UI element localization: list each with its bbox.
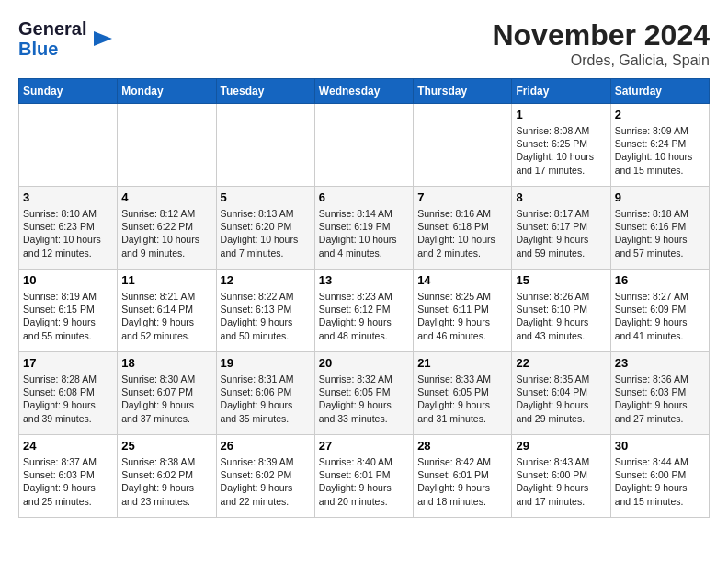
day-info: Sunrise: 8:17 AM Sunset: 6:17 PM Dayligh…: [516, 207, 606, 259]
day-number: 1: [516, 108, 606, 121]
logo-arrow-icon: [90, 26, 116, 52]
col-tuesday: Tuesday: [216, 79, 314, 104]
col-sunday: Sunday: [19, 79, 118, 104]
day-number: 4: [121, 190, 211, 204]
day-number: 23: [615, 356, 705, 370]
table-row: 25Sunrise: 8:38 AM Sunset: 6:02 PM Dayli…: [118, 435, 216, 518]
table-row: 17Sunrise: 8:28 AM Sunset: 6:08 PM Dayli…: [19, 352, 118, 435]
col-saturday: Saturday: [610, 79, 709, 104]
table-row: [414, 104, 512, 187]
day-number: 22: [516, 356, 606, 370]
day-info: Sunrise: 8:36 AM Sunset: 6:03 PM Dayligh…: [615, 373, 705, 425]
table-row: [216, 104, 314, 187]
day-info: Sunrise: 8:08 AM Sunset: 6:25 PM Dayligh…: [516, 124, 606, 177]
day-number: 2: [615, 108, 705, 121]
col-wednesday: Wednesday: [314, 79, 413, 104]
day-info: Sunrise: 8:33 AM Sunset: 6:05 PM Dayligh…: [417, 373, 507, 425]
table-row: [118, 104, 216, 187]
day-info: Sunrise: 8:18 AM Sunset: 6:16 PM Dayligh…: [615, 207, 705, 259]
table-row: 12Sunrise: 8:22 AM Sunset: 6:13 PM Dayli…: [216, 270, 314, 352]
table-row: 18Sunrise: 8:30 AM Sunset: 6:07 PM Dayli…: [118, 352, 216, 435]
table-row: [314, 104, 413, 187]
table-row: 21Sunrise: 8:33 AM Sunset: 6:05 PM Dayli…: [414, 352, 512, 435]
calendar-week-row: 1Sunrise: 8:08 AM Sunset: 6:25 PM Daylig…: [19, 104, 710, 187]
day-number: 27: [319, 439, 409, 453]
day-number: 14: [417, 273, 507, 287]
logo-general: General: [18, 18, 86, 39]
table-row: 29Sunrise: 8:43 AM Sunset: 6:00 PM Dayli…: [512, 435, 610, 518]
table-row: 8Sunrise: 8:17 AM Sunset: 6:17 PM Daylig…: [512, 187, 610, 270]
table-row: 22Sunrise: 8:35 AM Sunset: 6:04 PM Dayli…: [512, 352, 610, 435]
day-info: Sunrise: 8:12 AM Sunset: 6:22 PM Dayligh…: [121, 207, 211, 259]
calendar-week-row: 17Sunrise: 8:28 AM Sunset: 6:08 PM Dayli…: [19, 352, 710, 435]
day-info: Sunrise: 8:09 AM Sunset: 6:24 PM Dayligh…: [615, 124, 705, 177]
table-row: 19Sunrise: 8:31 AM Sunset: 6:06 PM Dayli…: [216, 352, 314, 435]
day-number: 26: [221, 439, 311, 453]
day-info: Sunrise: 8:19 AM Sunset: 6:15 PM Dayligh…: [23, 290, 113, 342]
day-number: 11: [121, 273, 211, 287]
calendar-week-row: 3Sunrise: 8:10 AM Sunset: 6:23 PM Daylig…: [19, 187, 710, 270]
table-row: 23Sunrise: 8:36 AM Sunset: 6:03 PM Dayli…: [610, 352, 709, 435]
calendar-week-row: 24Sunrise: 8:37 AM Sunset: 6:03 PM Dayli…: [19, 435, 710, 518]
table-row: 4Sunrise: 8:12 AM Sunset: 6:22 PM Daylig…: [118, 187, 216, 270]
table-row: 3Sunrise: 8:10 AM Sunset: 6:23 PM Daylig…: [19, 187, 118, 270]
day-info: Sunrise: 8:22 AM Sunset: 6:13 PM Dayligh…: [221, 290, 311, 342]
table-row: 15Sunrise: 8:26 AM Sunset: 6:10 PM Dayli…: [512, 270, 610, 352]
table-row: 1Sunrise: 8:08 AM Sunset: 6:25 PM Daylig…: [512, 104, 610, 187]
title-block: November 2024 Ordes, Galicia, Spain: [492, 18, 710, 69]
day-number: 16: [615, 273, 705, 287]
day-number: 20: [319, 356, 409, 370]
day-number: 28: [417, 439, 507, 453]
day-number: 18: [121, 356, 211, 370]
table-row: 20Sunrise: 8:32 AM Sunset: 6:05 PM Dayli…: [314, 352, 413, 435]
day-number: 13: [319, 273, 409, 287]
day-number: 6: [319, 190, 409, 204]
day-info: Sunrise: 8:40 AM Sunset: 6:01 PM Dayligh…: [319, 455, 409, 508]
day-number: 24: [23, 439, 113, 453]
day-info: Sunrise: 8:26 AM Sunset: 6:10 PM Dayligh…: [516, 290, 606, 342]
table-row: 6Sunrise: 8:14 AM Sunset: 6:19 PM Daylig…: [314, 187, 413, 270]
table-row: 10Sunrise: 8:19 AM Sunset: 6:15 PM Dayli…: [19, 270, 118, 352]
calendar-table: Sunday Monday Tuesday Wednesday Thursday…: [18, 78, 710, 518]
table-row: [19, 104, 118, 187]
day-info: Sunrise: 8:13 AM Sunset: 6:20 PM Dayligh…: [221, 207, 311, 259]
logo-blue: Blue: [18, 39, 86, 59]
day-number: 7: [417, 190, 507, 204]
day-info: Sunrise: 8:35 AM Sunset: 6:04 PM Dayligh…: [516, 373, 606, 425]
day-number: 5: [221, 190, 311, 204]
day-number: 15: [516, 273, 606, 287]
col-monday: Monday: [118, 79, 216, 104]
calendar-week-row: 10Sunrise: 8:19 AM Sunset: 6:15 PM Dayli…: [19, 270, 710, 352]
day-info: Sunrise: 8:32 AM Sunset: 6:05 PM Dayligh…: [319, 373, 409, 425]
day-number: 8: [516, 190, 606, 204]
day-number: 19: [221, 356, 311, 370]
day-info: Sunrise: 8:31 AM Sunset: 6:06 PM Dayligh…: [221, 373, 311, 425]
table-row: 2Sunrise: 8:09 AM Sunset: 6:24 PM Daylig…: [610, 104, 709, 187]
day-number: 21: [417, 356, 507, 370]
day-info: Sunrise: 8:27 AM Sunset: 6:09 PM Dayligh…: [615, 290, 705, 342]
day-number: 17: [23, 356, 113, 370]
table-row: 16Sunrise: 8:27 AM Sunset: 6:09 PM Dayli…: [610, 270, 709, 352]
day-number: 29: [516, 439, 606, 453]
day-info: Sunrise: 8:39 AM Sunset: 6:02 PM Dayligh…: [221, 455, 311, 508]
location: Ordes, Galicia, Spain: [492, 52, 710, 69]
svg-marker-0: [94, 31, 112, 46]
table-row: 30Sunrise: 8:44 AM Sunset: 6:00 PM Dayli…: [610, 435, 709, 518]
day-info: Sunrise: 8:21 AM Sunset: 6:14 PM Dayligh…: [121, 290, 211, 342]
col-thursday: Thursday: [414, 79, 512, 104]
day-info: Sunrise: 8:38 AM Sunset: 6:02 PM Dayligh…: [121, 455, 211, 508]
day-number: 9: [615, 190, 705, 204]
day-info: Sunrise: 8:43 AM Sunset: 6:00 PM Dayligh…: [516, 455, 606, 508]
table-row: 14Sunrise: 8:25 AM Sunset: 6:11 PM Dayli…: [414, 270, 512, 352]
day-info: Sunrise: 8:30 AM Sunset: 6:07 PM Dayligh…: [121, 373, 211, 425]
month-title: November 2024: [492, 18, 710, 52]
table-row: 11Sunrise: 8:21 AM Sunset: 6:14 PM Dayli…: [118, 270, 216, 352]
table-row: 26Sunrise: 8:39 AM Sunset: 6:02 PM Dayli…: [216, 435, 314, 518]
col-friday: Friday: [512, 79, 610, 104]
table-row: 27Sunrise: 8:40 AM Sunset: 6:01 PM Dayli…: [314, 435, 413, 518]
table-row: 7Sunrise: 8:16 AM Sunset: 6:18 PM Daylig…: [414, 187, 512, 270]
day-info: Sunrise: 8:16 AM Sunset: 6:18 PM Dayligh…: [417, 207, 507, 259]
day-number: 30: [615, 439, 705, 453]
calendar-header-row: Sunday Monday Tuesday Wednesday Thursday…: [19, 79, 710, 104]
day-number: 12: [221, 273, 311, 287]
